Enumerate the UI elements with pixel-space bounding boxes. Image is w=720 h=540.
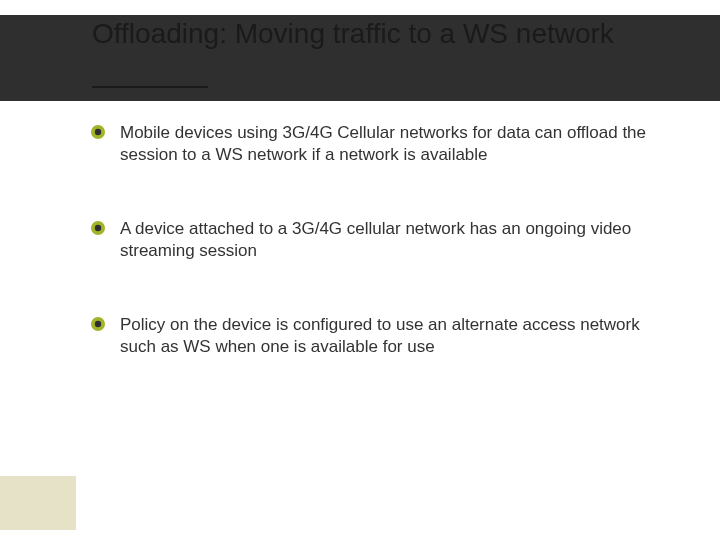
svg-point-5 xyxy=(95,321,101,327)
title-underline xyxy=(92,86,208,88)
bullet-icon xyxy=(90,124,106,140)
bullet-text: Mobile devices using 3G/4G Cellular netw… xyxy=(120,122,670,166)
bullet-icon xyxy=(90,220,106,236)
bullet-text: Policy on the device is configured to us… xyxy=(120,314,670,358)
list-item: A device attached to a 3G/4G cellular ne… xyxy=(90,218,670,262)
slide-title: Offloading: Moving traffic to a WS netwo… xyxy=(92,17,680,51)
svg-point-3 xyxy=(95,225,101,231)
slide: Offloading: Moving traffic to a WS netwo… xyxy=(0,0,720,540)
svg-point-1 xyxy=(95,129,101,135)
list-item: Policy on the device is configured to us… xyxy=(90,314,670,358)
footer-accent-block xyxy=(0,476,76,530)
list-item: Mobile devices using 3G/4G Cellular netw… xyxy=(90,122,670,166)
bullet-icon xyxy=(90,316,106,332)
content-area: Mobile devices using 3G/4G Cellular netw… xyxy=(90,122,670,411)
bullet-text: A device attached to a 3G/4G cellular ne… xyxy=(120,218,670,262)
